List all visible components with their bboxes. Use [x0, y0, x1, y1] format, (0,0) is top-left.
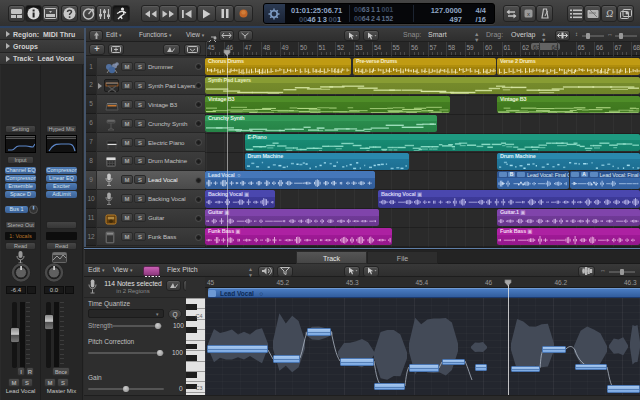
- svg-text:Ω: Ω: [605, 8, 612, 19]
- svg-text:x: x: [527, 11, 530, 17]
